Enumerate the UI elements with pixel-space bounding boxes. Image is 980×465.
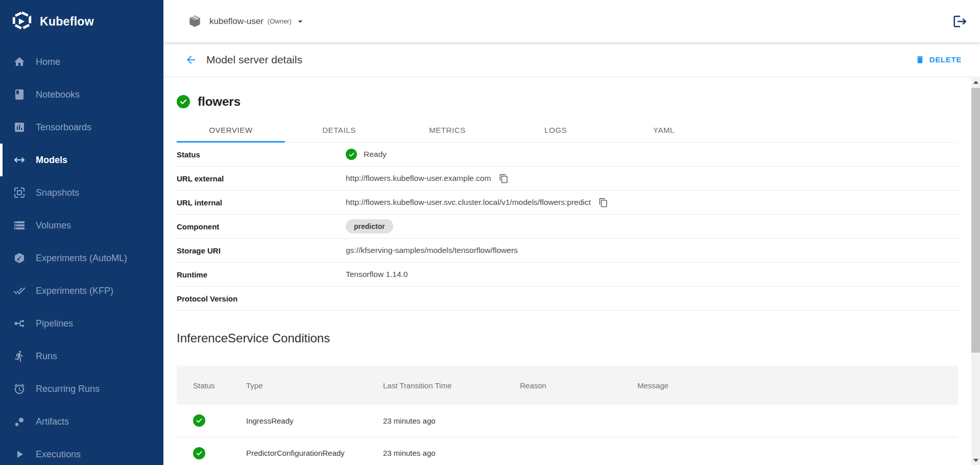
detail-label: Protocol Version: [177, 294, 346, 303]
copy-icon: [599, 198, 608, 207]
sidebar-item-label: Executions: [36, 449, 81, 460]
copy-button[interactable]: [497, 172, 510, 184]
storage-icon: [13, 219, 26, 231]
bubble-chart-icon: [13, 415, 26, 428]
status-text: Ready: [364, 150, 387, 159]
done-all-icon: [13, 285, 26, 297]
model-header: flowers: [177, 78, 958, 110]
runner-icon: [13, 350, 26, 362]
sidebar-item-experiments-automl[interactable]: Experiments (AutoML): [0, 242, 163, 274]
detail-value: Ready: [346, 149, 387, 160]
delete-button[interactable]: DELETE: [910, 51, 967, 68]
hexagon-telescope-icon: [13, 252, 26, 264]
arrow-back-icon: [185, 54, 197, 66]
url-external-value: http://flowers.kubeflow-user.example.com: [346, 174, 491, 183]
tab-label: OVERVIEW: [209, 126, 252, 134]
cell-message: [629, 405, 958, 437]
detail-value: predictor: [346, 219, 393, 234]
detail-row-url-external: URL external http://flowers.kubeflow-use…: [177, 167, 958, 191]
sidebar-item-pipelines[interactable]: Pipelines: [0, 307, 163, 340]
active-indicator: [0, 144, 3, 176]
cell-status: [177, 437, 238, 465]
kubeflow-logo[interactable]: Kubeflow: [0, 0, 163, 43]
scrollbar-thumb[interactable]: [971, 88, 980, 353]
condition-ready-icon: [193, 447, 205, 459]
status-ready-icon: [346, 149, 357, 160]
sidebar: Kubeflow Home Notebooks Tensorboards: [0, 0, 163, 465]
sidebar-item-notebooks[interactable]: Notebooks: [0, 78, 163, 111]
sidebar-item-runs[interactable]: Runs: [0, 340, 163, 373]
code-arrows-icon: [13, 154, 26, 166]
sidebar-item-executions[interactable]: Executions: [0, 438, 163, 465]
alarm-icon: [13, 383, 26, 395]
sidebar-item-label: Models: [36, 155, 67, 166]
vertical-scrollbar[interactable]: [971, 78, 980, 465]
tab-yaml[interactable]: YAML: [610, 118, 718, 142]
cell-status: [177, 405, 238, 437]
sidebar-item-label: Notebooks: [36, 89, 80, 100]
notebook-icon: [13, 88, 26, 101]
sidebar-item-recurring-runs[interactable]: Recurring Runs: [0, 373, 163, 405]
detail-label: URL internal: [177, 198, 346, 207]
component-chip: predictor: [346, 219, 393, 234]
home-icon: [13, 56, 26, 68]
detail-value: http://flowers.kubeflow-user.svc.cluster…: [346, 196, 610, 208]
scrollbar-up-arrow[interactable]: [971, 78, 980, 87]
kubeflow-dashboard: Kubeflow Home Notebooks Tensorboards: [0, 0, 980, 465]
detail-label: Runtime: [177, 270, 346, 279]
play-icon: [13, 448, 26, 460]
tab-details[interactable]: DETAILS: [285, 118, 393, 142]
back-button[interactable]: [184, 53, 198, 67]
bar-chart-icon: [13, 121, 26, 133]
conditions-table-header: Status Type Last Transition Time Reason …: [177, 366, 958, 405]
column-header-status: Status: [177, 366, 238, 405]
sidebar-item-artifacts[interactable]: Artifacts: [0, 405, 163, 438]
detail-label: Status: [177, 150, 346, 159]
sidebar-item-experiments-kfp[interactable]: Experiments (KFP): [0, 274, 163, 307]
tab-label: YAML: [653, 126, 675, 134]
model-details-content: flowers OVERVIEW DETAILS METRICS LOGS: [163, 78, 971, 465]
logout-button[interactable]: [951, 13, 969, 30]
tab-logs[interactable]: LOGS: [501, 118, 610, 142]
sidebar-item-label: Volumes: [36, 220, 71, 231]
copy-button[interactable]: [597, 196, 610, 208]
sidebar-item-label: Experiments (KFP): [36, 286, 113, 296]
detail-label: URL external: [177, 174, 346, 183]
cell-last-transition-time: 23 minutes ago: [375, 405, 512, 437]
sidebar-item-models[interactable]: Models: [0, 144, 163, 176]
copy-icon: [499, 174, 509, 183]
sidebar-item-label: Pipelines: [36, 318, 73, 329]
tab-bar: OVERVIEW DETAILS METRICS LOGS YAML: [177, 118, 958, 143]
tab-metrics[interactable]: METRICS: [393, 118, 501, 142]
status-ready-icon: [177, 95, 190, 108]
sidebar-item-label: Home: [36, 57, 60, 67]
cell-type: IngressReady: [238, 405, 375, 437]
package-icon: [188, 14, 202, 28]
tab-label: LOGS: [544, 126, 567, 134]
cell-reason: [512, 437, 629, 465]
sidebar-item-tensorboards[interactable]: Tensorboards: [0, 111, 163, 144]
scrollbar-down-arrow[interactable]: [971, 456, 980, 465]
pipeline-icon: [13, 317, 26, 330]
sidebar-item-home[interactable]: Home: [0, 45, 163, 78]
detail-label: Component: [177, 222, 346, 231]
sidebar-item-label: Tensorboards: [36, 122, 91, 133]
detail-row-runtime: Runtime Tensorflow 1.14.0: [177, 263, 958, 287]
namespace-selector[interactable]: kubeflow-user (Owner): [188, 14, 306, 28]
cell-reason: [512, 405, 629, 437]
condition-ready-icon: [193, 414, 205, 427]
brand-name: Kubeflow: [40, 15, 94, 29]
trash-icon: [915, 55, 925, 64]
conditions-table: Status Type Last Transition Time Reason …: [177, 366, 958, 465]
sidebar-item-volumes[interactable]: Volumes: [0, 209, 163, 242]
page-title: Model server details: [206, 54, 302, 66]
detail-value: http://flowers.kubeflow-user.example.com: [346, 172, 510, 184]
model-name: flowers: [198, 95, 241, 109]
column-header-reason: Reason: [512, 366, 629, 405]
tab-overview[interactable]: OVERVIEW: [177, 118, 285, 142]
detail-row-component: Component predictor: [177, 215, 958, 239]
sidebar-item-snapshots[interactable]: Snapshots: [0, 176, 163, 209]
table-row: PredictorConfigurationReady 23 minutes a…: [177, 437, 958, 465]
conditions-section-title: InferenceService Conditions: [177, 330, 958, 346]
logout-icon: [952, 14, 968, 29]
